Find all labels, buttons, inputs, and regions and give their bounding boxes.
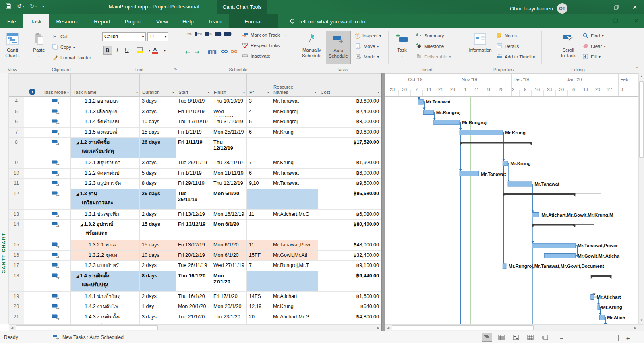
cell-fin[interactable]: Mon 16/12/19: [211, 210, 247, 220]
cell-mode[interactable]: [41, 240, 71, 251]
cell-cost[interactable]: ฿640.00: [318, 302, 381, 312]
manually-schedule-button[interactable]: Manually Schedule: [299, 31, 324, 64]
indent-task-button[interactable]: ⇢: [195, 48, 199, 56]
cell-name[interactable]: 1.1.5 ส่งแบบเพื่: [71, 128, 140, 138]
cell-start[interactable]: Tue 26/11/19: [176, 158, 211, 169]
cell-res[interactable]: Mr.Tanawat,Pow: [271, 240, 318, 251]
cell-dur[interactable]: 2 days: [140, 261, 176, 271]
highlight-color-button[interactable]: [135, 46, 144, 55]
gantt-task-bar[interactable]: [508, 182, 532, 186]
cell-pred[interactable]: 9,10: [247, 179, 271, 189]
cell-num[interactable]: 12: [9, 189, 24, 210]
scroll-to-task-button[interactable]: Scroll to Task: [558, 31, 579, 64]
cell-start[interactable]: Fri 1/11/19: [176, 138, 211, 158]
filter-caret-icon[interactable]: ▾: [136, 91, 138, 94]
cell-cost[interactable]: ฿48,000.00: [318, 240, 381, 251]
cell-start[interactable]: Fri 13/12/19: [176, 220, 211, 240]
cell-info[interactable]: [24, 179, 41, 189]
cell-cost[interactable]: ฿80,400.00: [318, 220, 381, 240]
inactivate-button[interactable]: Inactivate: [242, 52, 270, 60]
cell-num[interactable]: 16: [9, 251, 24, 261]
cell-dur[interactable]: 8 days: [140, 179, 176, 189]
cut-button[interactable]: ✂Cut: [52, 32, 68, 41]
column-header-num[interactable]: [9, 74, 24, 97]
cell-name[interactable]: ◢ 1.2 งานจัดซื้อและเตรียมวัสดุ: [71, 138, 140, 158]
copy-button[interactable]: Copy ▾: [52, 43, 75, 52]
gantt-task-bar[interactable]: [503, 161, 508, 166]
cell-mode[interactable]: [41, 128, 71, 138]
cell-res[interactable]: Mr.Tanawat: [271, 169, 318, 179]
avatar[interactable]: OT: [557, 3, 567, 14]
gantt-hscroll-thumb[interactable]: [392, 325, 534, 330]
save-icon[interactable]: [6, 3, 11, 9]
mark-on-track-button[interactable]: Mark on Track ▾: [242, 31, 287, 39]
zoom-slider[interactable]: [567, 338, 623, 338]
unlink-tasks-button[interactable]: [230, 48, 237, 56]
view-task-usage-button[interactable]: [496, 333, 507, 342]
cell-start[interactable]: Fri 20/12/19: [176, 251, 211, 261]
split-task-button[interactable]: ◧◨: [208, 48, 217, 56]
gantt-task-bar[interactable]: [460, 172, 478, 176]
cell-start[interactable]: Fri 1/11/19: [176, 169, 211, 179]
percent-complete-50[interactable]: 50%: [204, 32, 213, 43]
cell-dur[interactable]: 10 days: [140, 117, 176, 128]
zoom-in-icon[interactable]: +: [626, 335, 630, 341]
cell-name[interactable]: 1.1.3 เลือกอุปก: [71, 107, 140, 118]
cell-res[interactable]: Mr.Atichart: [271, 292, 318, 302]
gantt-chart-area[interactable]: Mr.TanawatMr.RungrojMr.RungrojMr.KrungMr…: [385, 97, 638, 324]
cell-dur[interactable]: 3 days: [140, 97, 176, 107]
cell-fin[interactable]: Wed 27/11/19: [211, 261, 247, 271]
filter-caret-icon[interactable]: ▾: [315, 91, 316, 94]
cell-info[interactable]: [24, 292, 41, 302]
cell-pred[interactable]: 14FS: [247, 292, 271, 302]
cell-dur[interactable]: 10 days: [140, 251, 176, 261]
tab-help[interactable]: Help: [175, 14, 201, 28]
gantt-task-bar[interactable]: [503, 264, 506, 269]
scroll-left-icon[interactable]: ◀: [9, 325, 15, 331]
tab-view[interactable]: View: [149, 14, 175, 28]
cell-name[interactable]: 1.4.3 งานติดตั้งเ: [71, 312, 140, 323]
zoom-slider-thumb[interactable]: [616, 335, 619, 341]
cell-mode[interactable]: [41, 189, 71, 210]
filter-caret-icon[interactable]: ▾: [208, 91, 209, 94]
cell-fin[interactable]: Fri 17/1/20: [211, 292, 247, 302]
cell-num[interactable]: 10: [9, 169, 24, 179]
cell-num[interactable]: 21: [9, 312, 24, 323]
cell-cost[interactable]: ฿2,400.00: [318, 107, 381, 118]
cell-pred[interactable]: [247, 271, 271, 292]
inspect-button[interactable]: ?Inspect ▾: [355, 31, 381, 40]
cell-start[interactable]: Fri 1/11/19: [176, 128, 211, 138]
cell-pred[interactable]: 20: [247, 312, 271, 323]
zoom-out-icon[interactable]: −: [560, 335, 563, 341]
cell-dur[interactable]: 2 days: [140, 210, 176, 220]
cell-dur[interactable]: 15 days: [140, 220, 176, 240]
gantt-chart-view-button[interactable]: Gantt Chart ▾: [1, 31, 24, 64]
cell-cost[interactable]: ฿95,580.00: [318, 189, 381, 210]
cell-cost[interactable]: ฿8,000.00: [318, 117, 381, 128]
clear-button[interactable]: Clear ▾: [582, 42, 606, 51]
gantt-scroll-right-icon[interactable]: ▶: [632, 325, 638, 331]
user-name[interactable]: Ohm Tuaycharoen: [510, 6, 553, 12]
cell-info[interactable]: [24, 251, 41, 261]
gantt-task-bar[interactable]: [532, 213, 539, 217]
scroll-right-icon[interactable]: ▶: [375, 325, 381, 331]
cell-fin[interactable]: Mon 20/1/20: [211, 302, 247, 312]
cell-info[interactable]: [24, 169, 41, 179]
cell-dur[interactable]: 3 days: [140, 158, 176, 169]
cell-dur[interactable]: 15 days: [140, 240, 176, 251]
cell-name[interactable]: ◢ 1.3.2 อุปกรณ์พร้อมและ: [71, 220, 140, 240]
cell-info[interactable]: [24, 240, 41, 251]
cell-fin[interactable]: Thu 23/1/20: [211, 312, 247, 323]
cell-fin[interactable]: Wed 16/10/19: [211, 107, 247, 118]
cell-fin[interactable]: Thu 28/11/19: [211, 158, 247, 169]
cell-info[interactable]: [24, 210, 41, 220]
cell-dur[interactable]: 3 days: [140, 312, 176, 323]
font-color-caret[interactable]: ▾: [160, 46, 169, 55]
cell-name[interactable]: 1.3.2.2 ชุดเท: [71, 251, 140, 261]
cell-fin[interactable]: Thu 10/10/19: [211, 97, 247, 107]
cell-dur[interactable]: 15 days: [140, 128, 176, 138]
cell-pred[interactable]: 6: [247, 169, 271, 179]
cell-cost[interactable]: ฿6,000.00: [318, 169, 381, 179]
cell-num[interactable]: 19: [9, 292, 24, 302]
table-chart-splitter[interactable]: [381, 73, 385, 331]
